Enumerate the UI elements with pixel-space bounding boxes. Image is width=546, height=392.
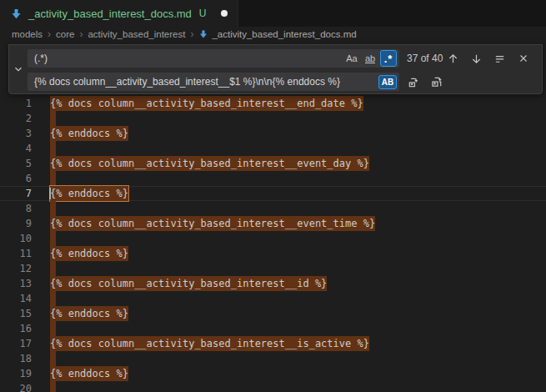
code-line[interactable]: 2 xyxy=(0,111,546,126)
regex-toggle[interactable]: .* xyxy=(380,50,397,67)
code-line-text[interactable]: {% docs column__activity_based_interest_… xyxy=(50,156,546,171)
code-line-text[interactable] xyxy=(50,231,546,246)
code-line[interactable]: 3{% enddocs %} xyxy=(0,126,546,141)
code-line-text[interactable] xyxy=(50,381,546,392)
code-line[interactable]: 15{% enddocs %} xyxy=(0,306,546,321)
line-number[interactable]: 15 xyxy=(0,306,32,321)
line-number[interactable]: 17 xyxy=(0,336,32,351)
code-line-text[interactable]: {% docs column__activity_based_interest_… xyxy=(50,276,546,291)
code-line-text[interactable]: {% docs column__activity_based_interest_… xyxy=(50,336,546,351)
arrow-up-icon xyxy=(447,53,459,65)
replace-input[interactable]: {% docs column__activity_based_interest_… xyxy=(28,73,399,91)
find-match-highlight: {% docs column__activity_based_interest_… xyxy=(50,96,363,111)
line-number[interactable]: 18 xyxy=(0,351,32,366)
editor-tab[interactable]: _activity_based_interest_docs.md U xyxy=(0,0,238,27)
code-line[interactable]: 17{% docs column__activity_based_interes… xyxy=(0,336,546,351)
find-match-highlight: {% docs column__activity_based_interest_… xyxy=(50,216,375,231)
markdown-icon xyxy=(198,29,208,39)
breadcrumb-item-activity-based-interest[interactable]: activity_based_interest xyxy=(88,29,185,39)
code-line[interactable]: 14 xyxy=(0,291,546,306)
breadcrumb-item-file[interactable]: _activity_based_interest_docs.md xyxy=(198,29,356,39)
line-number[interactable]: 10 xyxy=(0,231,32,246)
code-line[interactable]: 19{% enddocs %} xyxy=(0,366,546,381)
line-number[interactable]: 8 xyxy=(0,201,32,216)
code-line-text[interactable]: {% enddocs %} xyxy=(50,126,546,141)
code-line[interactable]: 11{% enddocs %} xyxy=(0,246,546,261)
find-match-highlight xyxy=(50,141,56,156)
line-number[interactable]: 9 xyxy=(0,216,32,231)
find-results-count: 37 of 40 xyxy=(407,53,443,64)
code-line[interactable]: 18 xyxy=(0,351,546,366)
line-number[interactable]: 11 xyxy=(0,246,32,261)
find-in-selection-button[interactable] xyxy=(491,50,508,68)
code-line-text[interactable]: {% docs column__activity_based_interest_… xyxy=(50,96,546,111)
code-line-text[interactable]: {% enddocs %} xyxy=(50,246,546,261)
code-line[interactable]: 5{% docs column__activity_based_interest… xyxy=(0,156,546,171)
code-line-text[interactable] xyxy=(50,261,546,276)
code-line[interactable]: 7{% enddocs %} xyxy=(0,186,546,201)
modified-indicator-dot[interactable] xyxy=(221,10,228,17)
line-number[interactable]: 20 xyxy=(0,381,32,392)
code-line[interactable]: 8 xyxy=(0,201,546,216)
line-number[interactable]: 6 xyxy=(0,171,32,186)
breadcrumb-item-models[interactable]: models xyxy=(12,29,43,39)
find-input[interactable]: (.*) Aa ab .* xyxy=(28,49,399,68)
code-line-text[interactable] xyxy=(50,351,546,366)
breadcrumb-separator: › xyxy=(48,28,51,40)
code-line-text[interactable] xyxy=(50,291,546,306)
replace-all-icon xyxy=(431,76,443,88)
line-number[interactable]: 7 xyxy=(0,186,32,201)
line-number[interactable]: 1 xyxy=(0,96,32,111)
close-find-widget-button[interactable] xyxy=(514,50,532,68)
line-number[interactable]: 2 xyxy=(0,111,32,126)
chevron-down-icon xyxy=(13,63,24,75)
code-line-text[interactable]: {% enddocs %} xyxy=(50,186,546,201)
code-line-text[interactable]: {% enddocs %} xyxy=(50,366,546,381)
tab-bar: _activity_based_interest_docs.md U xyxy=(0,0,546,27)
code-line-text[interactable] xyxy=(50,321,546,336)
code-line[interactable]: 13{% docs column__activity_based_interes… xyxy=(0,276,546,291)
replace-button[interactable] xyxy=(405,73,423,91)
line-number[interactable]: 14 xyxy=(0,291,32,306)
code-line[interactable]: 20 xyxy=(0,381,546,392)
line-number[interactable]: 12 xyxy=(0,261,32,276)
replace-all-button[interactable] xyxy=(428,73,446,91)
code-line-text[interactable]: {% enddocs %} xyxy=(50,306,546,321)
code-line[interactable]: 12 xyxy=(0,261,546,276)
toggle-replace-button[interactable] xyxy=(9,45,28,93)
code-line[interactable]: 6 xyxy=(0,171,546,186)
line-number[interactable]: 5 xyxy=(0,156,32,171)
code-line-text[interactable] xyxy=(50,111,546,126)
whole-word-toggle[interactable]: ab xyxy=(362,50,378,67)
previous-match-button[interactable] xyxy=(444,50,462,68)
breadcrumb-item-core[interactable]: core xyxy=(56,29,74,39)
code-line[interactable]: 9{% docs column__activity_based_interest… xyxy=(0,216,546,231)
line-number[interactable]: 4 xyxy=(0,141,32,156)
find-match-highlight xyxy=(50,201,56,216)
line-number[interactable]: 13 xyxy=(0,276,32,291)
find-match-highlight: {% enddocs %} xyxy=(50,126,128,141)
find-match-highlight: {% docs column__activity_based_interest_… xyxy=(50,276,327,291)
editor-pane[interactable]: (.*) Aa ab .* 37 of 40 xyxy=(0,42,546,392)
find-match-highlight: {% enddocs %} xyxy=(50,366,128,381)
code-line-text[interactable]: {% docs column__activity_based_interest_… xyxy=(50,216,546,231)
code-line-text[interactable] xyxy=(50,171,546,186)
code-line[interactable]: 1{% docs column__activity_based_interest… xyxy=(0,96,546,111)
close-icon xyxy=(518,53,529,64)
line-number[interactable]: 16 xyxy=(0,321,32,336)
match-case-toggle[interactable]: Aa xyxy=(343,50,360,67)
next-match-button[interactable] xyxy=(468,50,485,68)
code-line[interactable]: 16 xyxy=(0,321,546,336)
line-number[interactable]: 19 xyxy=(0,366,32,381)
find-match-highlight: {% enddocs %} xyxy=(50,306,128,321)
code-line-text[interactable] xyxy=(50,141,546,156)
find-match-highlight xyxy=(50,291,56,306)
line-number[interactable]: 3 xyxy=(0,126,32,141)
find-match-highlight: {% docs column__activity_based_interest_… xyxy=(50,156,369,171)
find-match-highlight xyxy=(50,381,56,392)
code-line-text[interactable] xyxy=(50,201,546,216)
text-cursor xyxy=(49,188,51,199)
code-line[interactable]: 10 xyxy=(0,231,546,246)
code-line[interactable]: 4 xyxy=(0,141,546,156)
preserve-case-toggle[interactable]: AB xyxy=(378,75,397,89)
